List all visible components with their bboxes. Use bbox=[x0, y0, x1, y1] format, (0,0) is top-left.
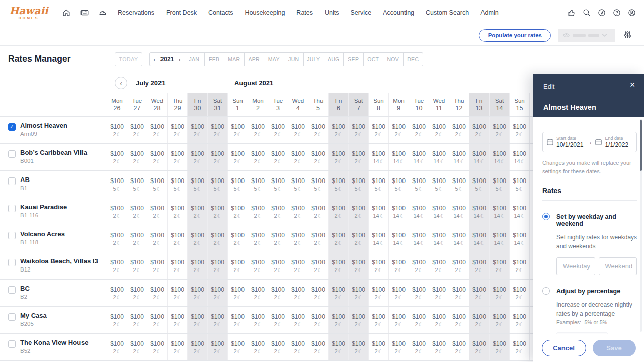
rate-cell[interactable]: $1005☾ bbox=[409, 171, 429, 198]
rate-cell[interactable]: $1002☾ bbox=[349, 117, 369, 143]
rate-cell[interactable]: $1002☾ bbox=[228, 225, 248, 252]
weekend-rate-input[interactable]: Weekend bbox=[599, 257, 637, 275]
rate-cell[interactable]: $10014☾ bbox=[449, 225, 469, 252]
rate-cell[interactable]: $1002☾ bbox=[127, 144, 147, 170]
save-button[interactable]: Save bbox=[593, 340, 636, 356]
rate-cell[interactable]: $1002☾ bbox=[429, 252, 449, 279]
rate-cell[interactable]: $1005☾ bbox=[389, 171, 409, 198]
rate-cell[interactable]: $1002☾ bbox=[329, 252, 349, 279]
close-icon[interactable]: ✕ bbox=[629, 81, 635, 89]
rate-cell[interactable]: $1002☾ bbox=[469, 334, 490, 360]
rate-cell[interactable]: $1002☾ bbox=[288, 252, 308, 279]
rate-cell[interactable]: $1002☾ bbox=[308, 225, 329, 252]
rate-cell[interactable]: $1002☾ bbox=[389, 307, 409, 333]
month-tab-nov[interactable]: NOV bbox=[383, 53, 403, 66]
rate-cell[interactable]: $1002☾ bbox=[490, 280, 510, 306]
end-date-field[interactable]: End date 1/1/2022 bbox=[595, 136, 628, 148]
rate-cell[interactable]: $1002☾ bbox=[308, 252, 329, 279]
rate-cell[interactable]: $1002☾ bbox=[268, 280, 288, 306]
rate-cell[interactable]: $1002☾ bbox=[228, 144, 248, 170]
rate-cell[interactable]: $1002☾ bbox=[369, 252, 389, 279]
nav-item-housekeeping[interactable]: Housekeeping bbox=[245, 9, 285, 16]
rate-cell[interactable]: $1002☾ bbox=[107, 334, 127, 360]
rate-cell[interactable]: $1002☾ bbox=[107, 225, 127, 252]
rate-cell[interactable]: $1002☾ bbox=[288, 334, 308, 360]
option-adjust-percentage[interactable]: Adjust by percentage bbox=[542, 287, 637, 295]
rate-cell[interactable]: $1002☾ bbox=[288, 144, 308, 170]
rate-cell[interactable]: $10014☾ bbox=[409, 198, 429, 225]
rate-cell[interactable]: $1002☾ bbox=[308, 198, 329, 225]
rate-cell[interactable]: $1002☾ bbox=[349, 225, 369, 252]
rate-cell[interactable]: $1002☾ bbox=[288, 117, 308, 143]
rate-cell[interactable]: $1005☾ bbox=[449, 171, 469, 198]
rate-cell[interactable]: $1002☾ bbox=[168, 307, 188, 333]
rate-cell[interactable]: $1002☾ bbox=[228, 198, 248, 225]
rate-cell[interactable]: $1002☾ bbox=[409, 334, 429, 360]
rate-cell[interactable]: $1005☾ bbox=[168, 171, 188, 198]
rate-cell[interactable]: $1002☾ bbox=[228, 307, 248, 333]
prev-year-chevron[interactable]: ‹ bbox=[153, 56, 155, 63]
rate-cell[interactable]: $1002☾ bbox=[288, 198, 308, 225]
rate-cell[interactable]: $1002☾ bbox=[107, 144, 127, 170]
populate-rates-button[interactable]: Populate your rates bbox=[479, 29, 551, 42]
rate-cell[interactable]: $1002☾ bbox=[168, 225, 188, 252]
rate-cell[interactable]: $1005☾ bbox=[208, 171, 228, 198]
rate-cell[interactable]: $1002☾ bbox=[429, 334, 449, 360]
rate-cell[interactable]: $1002☾ bbox=[127, 252, 147, 279]
rate-cell[interactable]: $1002☾ bbox=[349, 252, 369, 279]
rate-cell[interactable]: $1002☾ bbox=[188, 252, 208, 279]
rate-cell[interactable]: $1005☾ bbox=[147, 171, 168, 198]
rate-cell[interactable]: $1002☾ bbox=[369, 334, 389, 360]
rate-cell[interactable]: $1002☾ bbox=[329, 307, 349, 333]
month-tab-july[interactable]: JULY bbox=[303, 53, 324, 66]
month-tab-apr[interactable]: APR bbox=[244, 53, 264, 66]
panel-scrollbar-thumb[interactable] bbox=[640, 120, 642, 171]
rate-cell[interactable]: $1002☾ bbox=[288, 280, 308, 306]
rate-cell[interactable]: $1002☾ bbox=[107, 117, 127, 143]
home-icon[interactable] bbox=[61, 8, 71, 18]
rate-cell[interactable]: $10014☾ bbox=[449, 198, 469, 225]
rate-cell[interactable]: $1002☾ bbox=[208, 117, 228, 143]
property-checkbox[interactable] bbox=[8, 259, 16, 266]
rate-cell[interactable]: $1002☾ bbox=[268, 252, 288, 279]
rate-cell[interactable]: $10014☾ bbox=[469, 198, 490, 225]
rate-cell[interactable]: $1005☾ bbox=[288, 171, 308, 198]
rate-cell[interactable]: $1005☾ bbox=[369, 171, 389, 198]
nav-item-admin[interactable]: Admin bbox=[480, 9, 498, 16]
rate-cell[interactable]: $1002☾ bbox=[248, 334, 268, 360]
rate-cell[interactable]: $10014☾ bbox=[369, 198, 389, 225]
rate-cell[interactable]: $1002☾ bbox=[127, 117, 147, 143]
rate-cell[interactable]: $1002☾ bbox=[147, 334, 168, 360]
rate-cell[interactable]: $1002☾ bbox=[429, 117, 449, 143]
nav-item-units[interactable]: Units bbox=[325, 9, 339, 16]
rate-cell[interactable]: $1005☾ bbox=[349, 171, 369, 198]
rate-cell[interactable]: $1002☾ bbox=[208, 252, 228, 279]
rate-cell[interactable]: $1002☾ bbox=[268, 307, 288, 333]
rate-cell[interactable]: $1002☾ bbox=[208, 144, 228, 170]
rate-cell[interactable]: $1002☾ bbox=[409, 117, 429, 143]
rate-cell[interactable]: $1002☾ bbox=[409, 252, 429, 279]
calendar-grid-icon[interactable] bbox=[79, 8, 90, 18]
rate-cell[interactable]: $1002☾ bbox=[107, 198, 127, 225]
rate-cell[interactable]: $1002☾ bbox=[349, 334, 369, 360]
rate-cell[interactable]: $1002☾ bbox=[429, 307, 449, 333]
rate-cell[interactable]: $1002☾ bbox=[147, 225, 168, 252]
month-tab-feb[interactable]: FEB bbox=[204, 53, 224, 66]
rate-cell[interactable]: $1002☾ bbox=[268, 198, 288, 225]
property-checkbox[interactable] bbox=[8, 232, 16, 239]
radio-unselected-icon[interactable] bbox=[542, 287, 550, 295]
rate-cell[interactable]: $1002☾ bbox=[248, 280, 268, 306]
rate-cell[interactable]: $1002☾ bbox=[510, 334, 530, 360]
rate-cell[interactable]: $1002☾ bbox=[510, 307, 530, 333]
rate-cell[interactable]: $1002☾ bbox=[248, 198, 268, 225]
rate-cell[interactable]: $1002☾ bbox=[369, 117, 389, 143]
month-tab-jan[interactable]: JAN bbox=[184, 53, 204, 66]
nav-item-rates[interactable]: Rates bbox=[296, 9, 313, 16]
cancel-button[interactable]: Cancel bbox=[542, 340, 586, 356]
filter-sliders-icon[interactable] bbox=[622, 29, 633, 41]
rate-cell[interactable]: $1002☾ bbox=[188, 117, 208, 143]
rate-cell[interactable]: $1002☾ bbox=[288, 225, 308, 252]
rate-cell[interactable]: $1002☾ bbox=[188, 144, 208, 170]
rate-cell[interactable]: $1002☾ bbox=[349, 307, 369, 333]
rate-cell[interactable]: $1002☾ bbox=[308, 144, 329, 170]
